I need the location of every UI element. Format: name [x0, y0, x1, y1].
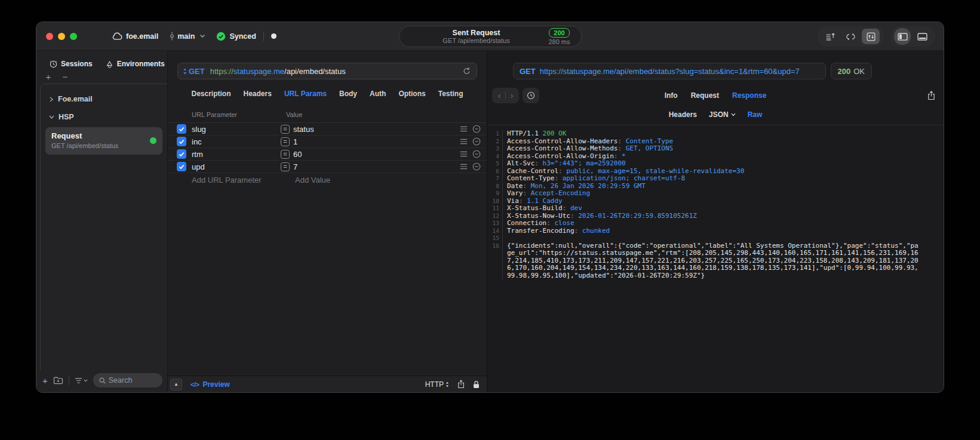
preview-button[interactable]: </> Preview — [191, 380, 230, 389]
remove-session-button[interactable]: − — [60, 73, 70, 82]
line-number: 13 — [487, 220, 503, 227]
app-window: foe.email main Synced Sent Request GET /… — [36, 21, 944, 393]
tab-headers[interactable]: Headers — [244, 90, 272, 98]
sidebar: Sessions Environments + − Foe. — [36, 51, 168, 392]
param-name-input[interactable]: inc — [192, 137, 281, 146]
add-url-parameter-placeholder[interactable]: Add URL Parameter — [192, 176, 295, 184]
tab-auth[interactable]: Auth — [370, 90, 386, 98]
remove-param-icon[interactable] — [472, 137, 481, 146]
tab-url-params[interactable]: URL Params — [284, 90, 327, 98]
sidebar-search-input[interactable]: Search — [93, 373, 162, 387]
tree-item-foe-email[interactable]: Foe.email — [45, 90, 162, 108]
toggle-bottom-panel-button[interactable] — [913, 29, 931, 44]
remove-param-icon[interactable] — [472, 162, 481, 171]
sent-request-pill[interactable]: Sent Request GET /api/embed/status 200 2… — [399, 26, 582, 47]
param-value-input[interactable]: 7 — [293, 162, 460, 171]
tab-info[interactable]: Info — [665, 91, 678, 100]
history-clock-button[interactable] — [523, 88, 539, 103]
project-selector[interactable]: foe.email — [112, 32, 158, 41]
reload-icon[interactable] — [463, 67, 471, 75]
back-button[interactable]: ‹ — [493, 91, 505, 100]
toggle-sidebar-button[interactable] — [894, 28, 911, 45]
sync-loop-button[interactable] — [841, 29, 859, 44]
tab-request[interactable]: Request — [691, 91, 719, 100]
tab-json[interactable]: JSON — [709, 110, 736, 119]
line-number: 9 — [487, 190, 503, 198]
param-value-input[interactable]: status — [293, 125, 460, 134]
method-selector[interactable]: GET — [183, 67, 205, 76]
add-session-button[interactable]: + — [44, 73, 53, 82]
header-name: Connection — [507, 219, 546, 227]
add-value-placeholder[interactable]: Add Value — [295, 176, 330, 184]
param-enabled-checkbox[interactable] — [177, 137, 186, 146]
drag-handle-icon[interactable] — [460, 139, 468, 144]
code-icon: </> — [191, 381, 199, 388]
export-response-icon[interactable] — [927, 91, 935, 100]
response-body-json: {"incidents":null,"overall":{"code":"ope… — [507, 242, 918, 279]
param-value-input[interactable]: 1 — [293, 137, 460, 146]
import-export-button[interactable] — [862, 29, 880, 44]
expand-panel-button[interactable]: ▲ — [170, 379, 182, 390]
url-scheme: https:// — [210, 67, 234, 76]
line-number: 5 — [487, 160, 503, 168]
new-request-button[interactable]: + — [42, 376, 48, 386]
sort-filter-button[interactable] — [75, 377, 88, 384]
drag-handle-icon[interactable] — [460, 126, 468, 132]
tab-description[interactable]: Description — [192, 90, 231, 98]
response-code[interactable]: 1HTTP/1.1 200 OK2Access-Control-Allow-He… — [487, 125, 944, 392]
sessions-label: Sessions — [61, 60, 93, 68]
tab-headers[interactable]: Headers — [669, 110, 697, 119]
tree-item-hsp[interactable]: HSP — [45, 108, 162, 126]
close-window-button[interactable] — [46, 33, 53, 40]
forward-button[interactable]: › — [506, 91, 518, 100]
tab-body[interactable]: Body — [339, 90, 357, 98]
line-content: {"incidents":null,"overall":{"code":"ope… — [503, 242, 922, 280]
preview-label: Preview — [202, 380, 229, 389]
line-number: 7 — [487, 175, 503, 183]
request-editor-panel: GET https://statuspage.me/api/embed/stat… — [168, 51, 487, 392]
param-enabled-checkbox[interactable] — [177, 124, 186, 134]
param-enabled-checkbox[interactable] — [177, 162, 186, 171]
header-name: X-Status-Now-Utc — [507, 212, 570, 220]
line-number: 2 — [487, 138, 503, 146]
param-name-input[interactable]: rtm — [192, 150, 281, 159]
response-subtabs: HeadersJSONRaw — [487, 103, 944, 125]
param-value-input[interactable]: 60 — [293, 150, 460, 159]
header-name: Access-Control-Allow-Origin — [507, 152, 614, 160]
response-panel: GET https://statuspage.me/api/embed/stat… — [487, 51, 944, 392]
tab-options[interactable]: Options — [398, 90, 425, 98]
request-url-bar[interactable]: GET https://statuspage.me/api/embed/stat… — [177, 63, 477, 79]
branch-selector[interactable]: main — [169, 32, 205, 41]
request-list-item-selected[interactable]: Request GET /api/embed/status — [45, 127, 162, 155]
header-colon: : — [534, 159, 542, 167]
new-folder-icon[interactable] — [53, 376, 63, 384]
tab-response[interactable]: Response — [732, 91, 766, 100]
http-version-selector[interactable]: HTTP — [425, 380, 449, 389]
toolbar-divider — [69, 376, 69, 385]
param-enabled-checkbox[interactable] — [177, 149, 186, 159]
param-name-input[interactable]: upd — [192, 162, 281, 171]
drag-handle-icon[interactable] — [460, 164, 468, 170]
traffic-lights — [36, 33, 84, 40]
remove-param-icon[interactable] — [472, 150, 481, 158]
sync-label: Synced — [229, 32, 256, 41]
param-row-slug: slug=status — [168, 123, 487, 136]
sent-request-url-box[interactable]: GET https://statuspage.me/api/embed/stat… — [513, 63, 826, 79]
tab-testing[interactable]: Testing — [438, 90, 463, 98]
remove-param-icon[interactable] — [472, 125, 481, 133]
minimize-window-button[interactable] — [58, 33, 65, 40]
param-name-input[interactable]: slug — [192, 125, 281, 134]
lock-icon[interactable] — [473, 380, 480, 389]
request-success-dot — [150, 137, 156, 144]
zoom-window-button[interactable] — [70, 33, 77, 40]
tab-raw[interactable]: Raw — [748, 110, 763, 119]
tab-environments[interactable]: Environments — [106, 60, 165, 68]
share-icon[interactable] — [457, 380, 465, 389]
line-content — [503, 235, 507, 242]
status-protocol: HTTP/1.1 — [507, 130, 543, 137]
sort-export-button[interactable] — [821, 29, 839, 44]
header-value: public, max-age=15, stale-while-revalida… — [566, 167, 744, 175]
sync-status[interactable]: Synced — [216, 32, 256, 41]
drag-handle-icon[interactable] — [460, 151, 468, 157]
tab-sessions[interactable]: Sessions — [50, 60, 93, 68]
